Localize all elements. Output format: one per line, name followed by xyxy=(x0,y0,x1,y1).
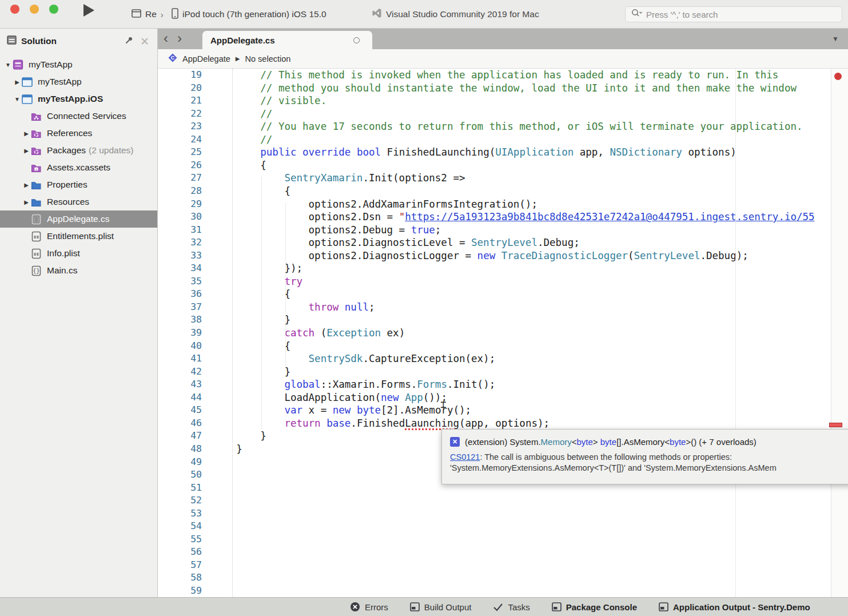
code-line-25[interactable]: 25 public override bool FinishedLaunchin… xyxy=(158,146,848,159)
tree-item-assets-xcassets[interactable]: aAssets.xcassets xyxy=(0,159,157,176)
expander-right-icon[interactable]: ▶ xyxy=(13,79,22,85)
line-number: 58 xyxy=(175,571,202,585)
build-configuration-selector[interactable]: Re › xyxy=(132,0,164,29)
line-content: options2.Dsn = "https://5a193123a9b841bc… xyxy=(212,210,815,224)
line-number: 32 xyxy=(175,236,202,249)
expander-down-icon[interactable]: ▼ xyxy=(3,62,13,68)
device-selector[interactable]: iPod touch (7th generation) iOS 15.0 xyxy=(172,0,327,29)
line-content: }); xyxy=(212,262,302,275)
line-number: 33 xyxy=(175,249,202,263)
expander-right-icon[interactable]: ▶ xyxy=(22,148,31,154)
pad-button-tasks[interactable]: Tasks xyxy=(493,602,529,612)
code-line-24[interactable]: 24 // xyxy=(158,133,848,146)
code-line-22[interactable]: 22 // xyxy=(158,108,848,121)
tree-item-packages[interactable]: ▶Packages(2 updates) xyxy=(0,142,157,159)
tab-appdelegate[interactable]: AppDelegate.cs xyxy=(202,31,372,49)
line-content: SentrySdk.CaptureException(ex); xyxy=(212,352,495,365)
code-line-19[interactable]: 19 // This method is invoked when the ap… xyxy=(158,69,848,82)
close-pad-icon[interactable]: ✕ xyxy=(140,36,149,47)
breadcrumb-class[interactable]: AppDelegate xyxy=(182,54,230,63)
code-line-55[interactable]: 55 xyxy=(158,533,848,546)
search-input[interactable]: Press '^,' to search xyxy=(625,6,842,22)
tree-item-mytestapp-ios[interactable]: ▼myTestApp.iOS xyxy=(0,90,157,108)
code-token xyxy=(399,392,405,403)
close-window-button[interactable] xyxy=(10,5,19,14)
breadcrumb-selection[interactable]: No selection xyxy=(245,54,291,63)
code-token: throw xyxy=(309,301,339,313)
tab-strip: ‹ › AppDelegate.cs ▼ xyxy=(158,29,848,49)
code-editor[interactable]: 595857565554535251504948 }47 }46 return … xyxy=(158,69,848,597)
line-number: 29 xyxy=(175,198,202,211)
tree-item-mytestapp[interactable]: ▼myTestApp xyxy=(0,56,157,73)
error-code-link[interactable]: CS0121 xyxy=(450,452,480,462)
code-token: [2]. xyxy=(381,404,405,416)
code-line-59[interactable]: 59 xyxy=(158,585,848,597)
line-number: 50 xyxy=(175,468,202,482)
dsn-url-link[interactable]: https://5a193123a9b841bc8d8e42531e7242a1… xyxy=(405,211,814,222)
tree-item-label: Assets.xcassets xyxy=(47,162,110,173)
tab-overflow-dropdown-icon[interactable]: ▼ xyxy=(832,29,839,49)
pad-button-label: Build Output xyxy=(424,602,472,612)
tab-modified-indicator[interactable] xyxy=(353,37,360,43)
tree-item-references[interactable]: ▶References xyxy=(0,125,157,142)
error-scroll-marker[interactable] xyxy=(829,423,842,427)
tree-item-mytestapp[interactable]: ▶myTestApp xyxy=(0,73,157,90)
code-line-53[interactable]: 53 xyxy=(158,507,848,520)
zoom-window-button[interactable] xyxy=(49,5,58,14)
code-token: (); xyxy=(453,404,472,416)
folder-blue-icon xyxy=(31,179,43,190)
line-number: 52 xyxy=(175,494,202,507)
navigate-back-button[interactable]: ‹ xyxy=(164,31,168,45)
code-token xyxy=(212,327,284,339)
code-token: // You have 17 seconds to return from th… xyxy=(212,121,803,132)
pad-button-package-console[interactable]: Package Console xyxy=(552,602,637,612)
code-token: UIApplication xyxy=(495,146,574,158)
code-line-56[interactable]: 56 xyxy=(158,546,848,559)
code-token: ( xyxy=(314,327,327,339)
code-token xyxy=(321,418,327,429)
code-token: options) xyxy=(682,146,736,158)
extension-method-icon: ✕ xyxy=(450,437,460,447)
minimize-window-button[interactable] xyxy=(30,5,39,14)
code-line-21[interactable]: 21 // visible. xyxy=(158,94,848,108)
line-number: 27 xyxy=(175,172,202,185)
code-token: Exception xyxy=(327,327,381,339)
tree-item-connected-services[interactable]: Connected Services xyxy=(0,108,157,125)
expander-right-icon[interactable]: ▶ xyxy=(22,199,31,205)
error-dot-indicator[interactable] xyxy=(834,73,842,80)
code-token: { xyxy=(212,160,266,171)
pad-button-application-output-sentry-demo[interactable]: Application Output - Sentry.Demo xyxy=(659,602,810,612)
code-line-54[interactable]: 54 xyxy=(158,520,848,533)
expander-right-icon[interactable]: ▶ xyxy=(22,182,31,188)
signature-token: byte xyxy=(576,437,592,447)
expander-right-icon[interactable]: ▶ xyxy=(22,130,31,137)
tree-item-entitlements-plist[interactable]: Entitlements.plist xyxy=(0,228,157,245)
solution-icon xyxy=(13,59,25,70)
line-content: return base.FinishedLaunching(app, optio… xyxy=(212,417,550,430)
code-token: { xyxy=(212,340,290,352)
tree-item-resources[interactable]: ▶Resources xyxy=(0,193,157,210)
tree-item-main-cs[interactable]: {}Main.cs xyxy=(0,262,157,279)
line-number: 31 xyxy=(175,224,202,237)
annotation-margin[interactable] xyxy=(831,69,848,597)
pad-button-errors[interactable]: Errors xyxy=(350,602,388,612)
code-token xyxy=(212,301,309,313)
code-line-52[interactable]: 52 xyxy=(158,494,848,507)
pad-button-build-output[interactable]: Build Output xyxy=(410,602,472,612)
run-button[interactable] xyxy=(83,4,94,17)
svg-text:C: C xyxy=(171,55,175,61)
tree-item-info-plist[interactable]: Info.plist xyxy=(0,245,157,262)
line-content: global::Xamarin.Forms.Forms.Init(); xyxy=(212,378,495,391)
tree-item-properties[interactable]: ▶Properties xyxy=(0,176,157,193)
navigate-forward-button[interactable]: › xyxy=(177,31,182,45)
code-line-23[interactable]: 23 // You have 17 seconds to return from… xyxy=(158,120,848,133)
code-line-20[interactable]: 20 // method you should instantiate the … xyxy=(158,82,848,95)
code-line-57[interactable]: 57 xyxy=(158,559,848,572)
code-line-26[interactable]: 26 { xyxy=(158,159,848,172)
code-token: ; xyxy=(435,224,441,236)
expander-down-icon[interactable]: ▼ xyxy=(13,96,22,102)
code-line-58[interactable]: 58 xyxy=(158,571,848,585)
gutter-separator xyxy=(232,69,233,597)
tree-item-appdelegate-cs[interactable]: {}AppDelegate.cs xyxy=(0,210,157,228)
pin-pad-icon[interactable] xyxy=(125,36,133,47)
